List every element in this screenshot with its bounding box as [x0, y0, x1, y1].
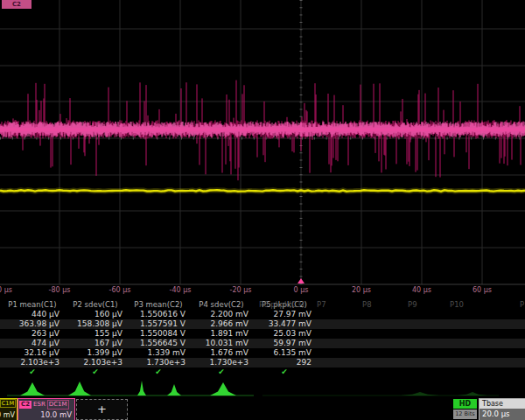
measure-value-cell: 33.477 mV: [256, 319, 312, 329]
measure-value-cell: 6.135 mV: [256, 348, 312, 358]
time-axis-label: -20 µs: [230, 286, 252, 294]
measure-param-header[interactable]: P3 mean(C2): [130, 300, 187, 310]
histicon: [401, 392, 439, 396]
histicon: [137, 381, 146, 396]
histicon: [167, 384, 181, 396]
c2-esr-badge: ESR: [33, 401, 46, 409]
measure-value-cell: 158.308 µV: [66, 319, 122, 329]
oscilloscope-screen: C2 -100 µs-80 µs-60 µs-40 µs-20 µs0 µs20…: [0, 0, 525, 420]
measure-value-cell: 1.550084 V: [130, 329, 186, 339]
c1-coupling-fragment: C1M: [0, 399, 16, 408]
measure-value-cell: 1.676 mV: [192, 348, 248, 358]
histicon: [210, 382, 236, 396]
measure-param-header-unused[interactable]: P10: [450, 300, 464, 310]
measure-value-cell: 292: [256, 358, 312, 368]
measure-value-cell: 1.339 mV: [130, 348, 186, 358]
measure-value-cell: 1.557591 V: [130, 319, 186, 329]
add-trace-button[interactable]: +: [76, 399, 128, 420]
histicon: [20, 382, 45, 396]
plus-icon: +: [97, 402, 107, 416]
annotation-badge: C2: [2, 0, 32, 9]
measure-value-cell: 2.200 mV: [192, 310, 248, 319]
measure-value-cell: 167 µV: [66, 339, 122, 348]
measure-value-cell: 1.550616 V: [130, 310, 186, 319]
c2-channel-chip: C2: [19, 401, 32, 409]
waveform-grid: [0, 0, 525, 298]
time-axis-label: 20 µs: [352, 286, 371, 294]
measure-param-header[interactable]: P4 sdev(C2): [192, 300, 250, 310]
histicon: [68, 382, 91, 396]
c2-coupling-badge: DC1M: [47, 400, 69, 410]
hd-mode-badge[interactable]: HD: [453, 399, 477, 409]
c2-vdiv-value: 10.0 mV: [40, 410, 72, 419]
measure-value-cell: 155 µV: [66, 329, 122, 339]
tbase-tdiv-value: 20.0 µs: [480, 409, 525, 419]
histicon: [458, 392, 487, 396]
measure-table: P1 mean(C1)P2 sdev(C1)P3 mean(C2)P4 sdev…: [0, 299, 525, 377]
measure-param-header-unused[interactable]: P: [520, 300, 524, 310]
time-axis-label: 40 µs: [412, 286, 431, 294]
hd-bits-label: 12 Bits: [453, 410, 477, 419]
histicon-strip: [0, 374, 525, 398]
measure-value-cell: 160 µV: [66, 310, 122, 319]
measure-value-cell: 2.103e+3: [66, 358, 122, 368]
trigger-position-marker[interactable]: [298, 278, 304, 284]
measure-value-cell: 2.966 mV: [192, 319, 248, 329]
measure-value-cell: 1.730e+3: [192, 358, 248, 368]
measure-value-cell: 363.98 µV: [4, 319, 60, 329]
measure-param-header-unused[interactable]: P8: [362, 300, 372, 310]
measure-param-header[interactable]: P2 sdev(C1): [66, 300, 124, 310]
channel-descriptor-c1[interactable]: C1M 0 mV: [0, 398, 18, 420]
measure-value-cell: 1.556645 V: [130, 339, 186, 348]
c1-trace: [0, 190, 525, 191]
measure-value-cell: 32.16 µV: [4, 348, 60, 358]
time-axis-label: -80 µs: [49, 286, 71, 294]
measure-value-cell: 1.891 mV: [192, 329, 248, 339]
measure-param-header-unused[interactable]: P7: [317, 300, 326, 310]
time-axis-label: -100 µs: [0, 286, 12, 294]
measure-value-cell: 1.399 µV: [66, 348, 122, 358]
measure-param-header-unused[interactable]: P6 pkpk(C3): [259, 300, 304, 310]
measure-value-cell: 2.103e+3: [4, 358, 60, 368]
measure-value-cell: 263 µV: [4, 329, 60, 339]
measure-value-cell: 25.03 mV: [256, 329, 312, 339]
time-axis-label: -40 µs: [170, 286, 192, 294]
measure-param-header[interactable]: P1 mean(C1): [4, 300, 61, 310]
time-axis-label: -60 µs: [109, 286, 131, 294]
measure-value-cell: 474 µV: [4, 339, 60, 348]
measure-value-cell: 10.031 mV: [192, 339, 248, 348]
timebase-descriptor[interactable]: Tbase 20.0 µs: [479, 398, 525, 420]
measure-param-header-unused[interactable]: P9: [408, 300, 417, 310]
time-axis-label: 0 µs: [294, 286, 309, 294]
time-axis: -100 µs-80 µs-60 µs-40 µs-20 µs0 µs20 µs…: [0, 284, 525, 297]
tbase-label: Tbase: [480, 399, 525, 409]
measure-value-cell: 1.730e+3: [130, 358, 186, 368]
time-axis-label: 60 µs: [472, 286, 492, 294]
measure-value-cell: 27.97 mV: [256, 310, 312, 319]
measure-value-cell: 440 µV: [4, 310, 60, 319]
c1-vdiv-fragment: 0 mV: [0, 411, 15, 419]
measure-value-cell: 59.97 mV: [256, 339, 312, 348]
channel-descriptor-c2[interactable]: C2 ESR DC1M 10.0 mV: [18, 398, 75, 420]
